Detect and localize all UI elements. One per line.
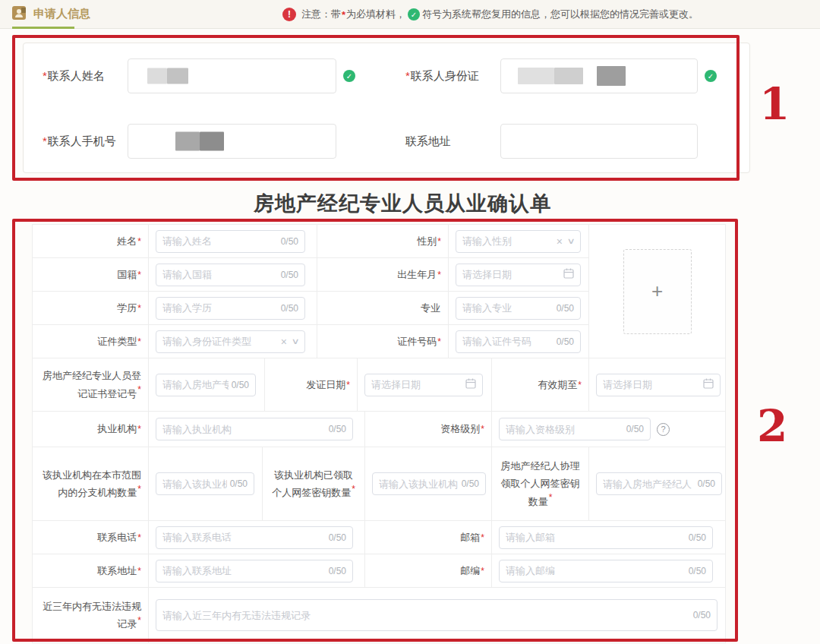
char-counter: 0/50 xyxy=(626,424,644,434)
char-counter: 0/50 xyxy=(281,303,298,314)
field-contact-name: *联系人姓名 ✓ xyxy=(24,58,361,93)
section-title: 申请人信息 xyxy=(33,7,90,21)
nationality-input[interactable] xyxy=(162,269,278,280)
major-cell: 0/50 xyxy=(449,292,589,325)
chevron-down-icon[interactable]: ∨ xyxy=(566,236,575,246)
char-counter: 0/50 xyxy=(557,336,574,347)
branch-count-label: 该执业机构在本市范围内的分支机构数量* xyxy=(33,447,149,521)
char-counter: 0/50 xyxy=(281,236,298,247)
alert-icon: ! xyxy=(282,8,296,21)
address-cell: 0/50 xyxy=(149,554,365,588)
chevron-down-icon[interactable]: ∨ xyxy=(291,336,299,346)
field-contact-phone: *联系人手机号 xyxy=(24,124,361,159)
contact-phone-input[interactable] xyxy=(128,124,336,159)
postcode-label: 邮编* xyxy=(365,554,492,588)
nationality-cell: 0/50 xyxy=(149,258,317,292)
redacted-value xyxy=(167,68,188,84)
phone-cell: 0/50 xyxy=(149,521,365,554)
email-input[interactable] xyxy=(506,532,686,543)
name-input[interactable] xyxy=(162,235,278,247)
calendar-icon[interactable] xyxy=(465,378,476,391)
issue-date-label: 发证日期* xyxy=(265,358,358,412)
field-contact-id: *联系人身份证 ✓ xyxy=(361,58,717,93)
help-icon[interactable]: ? xyxy=(657,423,670,436)
branch-count-input[interactable] xyxy=(162,478,227,490)
field-contact-address: 联系地址 xyxy=(361,124,698,159)
check-icon: ✓ xyxy=(408,8,420,21)
form-title: 房地产经纪专业人员从业确认单 xyxy=(0,190,805,217)
applicant-icon xyxy=(12,5,27,24)
notice-bar: ! 注意：带*为必填材料， ✓ 符号为系统帮您复用的信息，您可以根据您的情况完善… xyxy=(282,0,699,29)
name-cell: 0/50 xyxy=(149,225,317,258)
char-counter: 0/50 xyxy=(232,380,249,390)
qualification-input[interactable] xyxy=(506,424,623,435)
page: 申请人信息 ! 注意：带*为必填材料， ✓ 符号为系统帮您复用的信息，您可以根据… xyxy=(0,0,820,644)
agency-keys-cell: 0/50 xyxy=(365,447,492,521)
qualification-label: 资格级别* xyxy=(365,412,492,447)
clear-icon[interactable]: × xyxy=(281,336,287,348)
violation-record-cell: 0/50 xyxy=(149,588,726,643)
check-icon: ✓ xyxy=(705,70,717,82)
id-number-input[interactable] xyxy=(462,336,554,347)
contact-name-input[interactable] xyxy=(128,58,336,93)
violation-record-label: 近三年内有无违法违规记录* xyxy=(33,588,149,643)
photo-upload-cell: + xyxy=(589,225,726,358)
valid-until-cell xyxy=(589,358,726,412)
major-input[interactable] xyxy=(462,302,554,314)
applicant-info-tab[interactable]: 申请人信息 xyxy=(12,5,90,24)
id-type-label: 证件类型* xyxy=(33,325,149,358)
valid-until-input[interactable] xyxy=(603,379,699,390)
contact-address-label: 联系地址 xyxy=(405,134,500,149)
agency-input[interactable] xyxy=(162,424,326,435)
email-cell: 0/50 xyxy=(492,521,726,554)
redacted-value xyxy=(200,132,224,151)
agency-label: 执业机构* xyxy=(33,412,149,447)
char-counter: 0/50 xyxy=(689,566,706,576)
id-type-select[interactable] xyxy=(162,336,276,347)
phone-input[interactable] xyxy=(162,532,326,543)
clear-icon[interactable]: × xyxy=(557,235,563,248)
redacted-value xyxy=(175,132,200,151)
postcode-cell: 0/50 xyxy=(492,554,726,588)
issue-date-cell xyxy=(358,358,492,412)
birth-date-input[interactable] xyxy=(462,269,559,280)
char-counter: 0/50 xyxy=(329,566,346,576)
issue-date-input[interactable] xyxy=(371,379,461,390)
id-number-cell: 0/50 xyxy=(449,325,589,358)
contact-name-label: *联系人姓名 xyxy=(43,69,128,84)
education-input[interactable] xyxy=(162,302,278,314)
photo-upload-button[interactable]: + xyxy=(623,249,692,334)
char-counter: 0/50 xyxy=(329,424,346,434)
assistant-keys-input[interactable] xyxy=(603,478,695,490)
reg-number-input[interactable] xyxy=(162,379,229,390)
redacted-value xyxy=(147,68,167,84)
char-counter: 0/50 xyxy=(230,478,248,489)
postcode-input[interactable] xyxy=(506,565,686,576)
email-label: 邮箱* xyxy=(365,521,492,554)
birth-cell xyxy=(449,258,589,292)
major-label: 专业 xyxy=(317,292,449,325)
plus-icon: + xyxy=(651,279,663,303)
char-counter: 0/50 xyxy=(693,610,711,620)
contact-id-input[interactable] xyxy=(500,58,698,93)
annotation-number-2: 2 xyxy=(757,404,787,448)
contact-address-input[interactable] xyxy=(500,124,698,159)
calendar-icon[interactable] xyxy=(563,268,574,281)
char-counter: 0/50 xyxy=(329,532,346,543)
education-label: 学历* xyxy=(33,292,149,325)
calendar-icon[interactable] xyxy=(703,378,714,391)
phone-label: 联系电话* xyxy=(33,521,149,554)
birth-label: 出生年月* xyxy=(317,258,449,292)
gender-cell: × ∨ xyxy=(449,225,589,258)
redacted-value xyxy=(554,68,583,84)
assistant-keys-label: 房地产经纪人协理领取个人网签密钥数量* xyxy=(492,447,589,521)
char-counter: 0/50 xyxy=(698,478,715,489)
char-counter: 0/50 xyxy=(281,270,298,280)
annotation-number-1: 1 xyxy=(759,82,790,126)
agency-keys-input[interactable] xyxy=(379,478,459,490)
violation-record-input[interactable] xyxy=(162,610,690,621)
gender-select[interactable] xyxy=(462,235,552,247)
top-bar: 申请人信息 ! 注意：带*为必填材料， ✓ 符号为系统帮您复用的信息，您可以根据… xyxy=(0,0,820,29)
address-input[interactable] xyxy=(162,565,326,576)
tab-active-underline xyxy=(12,27,74,29)
